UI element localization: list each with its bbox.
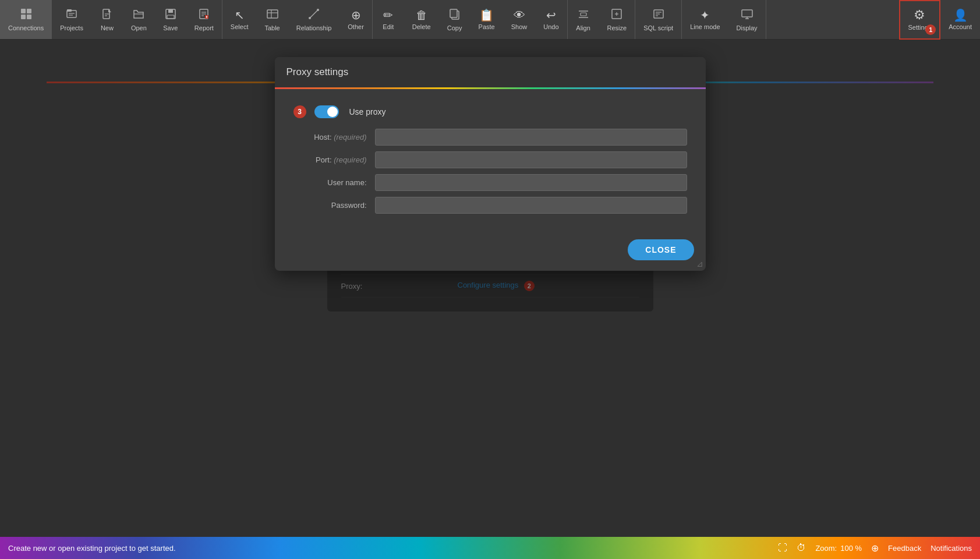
proxy-dialog-footer: CLOSE ⊿ <box>275 231 706 271</box>
relationship-icon <box>307 8 320 22</box>
proxy-port-label: Port: (required) <box>293 155 375 164</box>
use-proxy-toggle[interactable] <box>314 105 339 118</box>
proxy-username-label: User name: <box>293 178 375 187</box>
save-icon <box>164 8 177 22</box>
sql-script-label: SQL script <box>643 24 673 31</box>
display-icon <box>741 8 753 22</box>
show-label: Show <box>511 23 528 30</box>
toolbar-btn-paste[interactable]: 📋 Paste <box>470 0 503 39</box>
copy-icon <box>448 8 461 22</box>
proxy-badge-3: 3 <box>293 105 306 118</box>
proxy-username-input[interactable] <box>375 174 687 191</box>
svg-rect-30 <box>581 13 586 16</box>
svg-line-24 <box>310 10 318 18</box>
toolbar-btn-select[interactable]: ↖ Select <box>222 0 257 39</box>
svg-rect-21 <box>267 10 278 18</box>
toolbar-btn-align[interactable]: Align <box>568 0 599 39</box>
other-label: Other <box>348 23 364 30</box>
select-icon: ↖ <box>235 9 245 21</box>
notifications-link[interactable]: Notifications <box>931 544 972 553</box>
projects-label: Projects <box>60 24 83 31</box>
svg-point-26 <box>317 9 319 11</box>
sql-script-icon <box>652 8 665 22</box>
toolbar-group-system: ⚙ Settings 1 👤 Account <box>899 0 981 39</box>
save-label: Save <box>163 24 178 31</box>
align-icon <box>577 8 590 22</box>
toolbar-btn-new[interactable]: New <box>91 0 123 39</box>
resize-handle[interactable]: ⊿ <box>696 259 703 268</box>
toolbar-btn-account[interactable]: 👤 Account <box>940 0 980 39</box>
toolbar-btn-connections[interactable]: Connections <box>0 0 52 39</box>
zoom-in-icon[interactable]: ⊕ <box>871 543 879 554</box>
show-icon: 👁 <box>514 9 525 21</box>
toolbar-btn-show[interactable]: 👁 Show <box>503 0 536 39</box>
toolbar-btn-save[interactable]: Save <box>155 0 186 39</box>
table-icon <box>266 8 279 22</box>
proxy-username-row: User name: <box>293 174 687 191</box>
toolbar-btn-edit[interactable]: ✏ Edit <box>373 0 404 39</box>
clock-icon[interactable]: ⏱ <box>797 543 806 553</box>
main-area: Settings Undo steps: Toolbar captions: S… <box>0 40 980 537</box>
toolbar-btn-line-mode[interactable]: ✦ Line mode <box>682 0 728 39</box>
proxy-host-label: Host: (required) <box>293 133 375 141</box>
new-label: New <box>101 24 114 31</box>
toolbar-group-edit: ✏ Edit 🗑 Delete Copy 📋 Paste 👁 Show ↩ <box>373 0 568 39</box>
toolbar-btn-delete[interactable]: 🗑 Delete <box>404 0 439 39</box>
statusbar-right: ⛶ ⏱ Zoom: 100 % ⊕ Feedback Notifications <box>778 543 972 554</box>
svg-rect-28 <box>450 9 457 17</box>
toolbar-btn-report[interactable]: Report <box>186 0 222 39</box>
proxy-dialog-overlay: Proxy settings 3 Use proxy Host: (requir… <box>0 40 980 537</box>
toolbar: Connections Projects <box>0 0 980 40</box>
toolbar-btn-settings[interactable]: ⚙ Settings 1 <box>899 0 941 40</box>
toolbar-btn-other[interactable]: ⊕ Other <box>339 0 372 39</box>
proxy-dialog-title: Proxy settings <box>286 66 349 77</box>
svg-rect-12 <box>168 9 173 13</box>
proxy-password-input[interactable] <box>375 197 687 214</box>
connections-icon <box>20 8 33 22</box>
delete-icon: 🗑 <box>416 9 427 21</box>
edit-label: Edit <box>383 23 394 30</box>
relationship-label: Relationship <box>296 24 332 31</box>
proxy-dialog: Proxy settings 3 Use proxy Host: (requir… <box>275 57 706 271</box>
select-label: Select <box>231 23 249 30</box>
proxy-dialog-header: Proxy settings <box>275 57 706 87</box>
delete-label: Delete <box>412 23 431 30</box>
paste-label: Paste <box>479 23 495 30</box>
proxy-host-input[interactable] <box>375 129 687 146</box>
toolbar-btn-table[interactable]: Table <box>256 0 288 39</box>
toolbar-btn-resize[interactable]: Resize <box>599 0 635 39</box>
proxy-close-button[interactable]: CLOSE <box>628 239 694 260</box>
undo-icon: ↩ <box>546 9 556 21</box>
expand-icon[interactable]: ⛶ <box>778 543 787 553</box>
toolbar-btn-undo[interactable]: ↩ Undo <box>535 0 567 39</box>
statusbar: Create new or open existing project to g… <box>0 537 980 559</box>
feedback-link[interactable]: Feedback <box>888 544 921 553</box>
svg-rect-2 <box>21 15 26 19</box>
toolbar-btn-copy[interactable]: Copy <box>439 0 470 39</box>
projects-icon <box>65 8 78 22</box>
svg-rect-0 <box>21 9 26 13</box>
table-label: Table <box>264 24 280 31</box>
toolbar-btn-projects[interactable]: Projects <box>52 0 91 39</box>
toolbar-btn-open[interactable]: Open <box>123 0 155 39</box>
svg-rect-1 <box>27 9 31 13</box>
svg-point-25 <box>309 17 311 19</box>
resize-label: Resize <box>607 24 627 31</box>
line-mode-label: Line mode <box>690 23 720 30</box>
toolbar-group-sql: SQL script <box>635 0 682 39</box>
toolbar-group-layout: Align Resize <box>568 0 636 39</box>
other-icon: ⊕ <box>351 9 361 21</box>
toolbar-btn-display[interactable]: Display <box>728 0 766 39</box>
svg-rect-39 <box>742 10 752 17</box>
proxy-port-input[interactable] <box>375 151 687 168</box>
resize-icon <box>610 8 623 22</box>
account-icon: 👤 <box>953 9 968 21</box>
use-proxy-label: Use proxy <box>349 107 386 116</box>
toolbar-btn-sql-script[interactable]: SQL script <box>635 0 681 39</box>
toolbar-btn-relationship[interactable]: Relationship <box>288 0 340 39</box>
settings-badge: 1 <box>925 24 936 35</box>
toolbar-group-view: ✦ Line mode Display <box>682 0 766 39</box>
svg-rect-13 <box>167 15 174 19</box>
zoom-value: 100 % <box>840 544 862 553</box>
line-mode-icon: ✦ <box>700 9 710 21</box>
